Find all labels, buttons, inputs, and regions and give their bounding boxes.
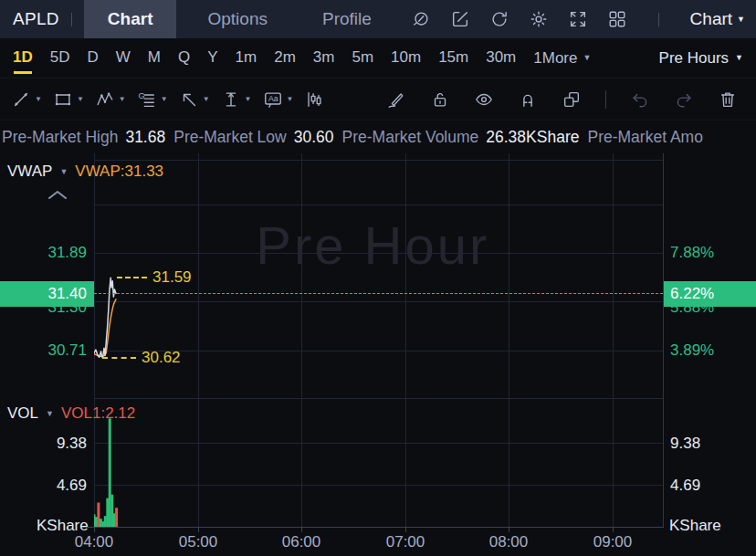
time-label: 04:00 bbox=[75, 533, 114, 551]
price-tick: 30.71 bbox=[47, 342, 87, 359]
trendline-tool[interactable]: ▼ bbox=[11, 89, 42, 110]
time-label: 05:00 bbox=[179, 533, 218, 551]
time-label: 09:00 bbox=[593, 533, 633, 551]
visibility-eye-icon[interactable] bbox=[474, 89, 494, 110]
percent-tick: 7.88% bbox=[670, 245, 714, 261]
chevron-down-icon: ▼ bbox=[287, 96, 294, 103]
volume-tick: 4.69 bbox=[670, 477, 700, 495]
time-axis[interactable]: KShare KShare 04:0005:0006:0007:0008:000… bbox=[0, 527, 756, 556]
percent-axis-right[interactable]: 7.88% 5.88% 6.22% 3.89% bbox=[664, 153, 756, 399]
time-label: 08:00 bbox=[489, 533, 529, 551]
draw-edit-icon[interactable] bbox=[450, 9, 470, 29]
chevron-down-icon: ▼ bbox=[59, 167, 68, 176]
series-vwap bbox=[94, 299, 116, 357]
brush-icon[interactable] bbox=[386, 89, 406, 110]
tab-profile[interactable]: Profile bbox=[299, 0, 395, 38]
timeframe-1min[interactable]: 1m bbox=[236, 38, 257, 79]
volume-tick: 9.38 bbox=[670, 435, 700, 453]
chevron-down-icon: ▼ bbox=[161, 96, 168, 103]
vol-indicator-header[interactable]: VOL ▼ VOL1:2.12 bbox=[7, 404, 135, 423]
undo-icon[interactable] bbox=[630, 89, 650, 110]
current-percent-badge: 6.22% bbox=[664, 281, 756, 307]
timeframe-15min[interactable]: 15m bbox=[438, 38, 468, 79]
timeframe-5d[interactable]: 5D bbox=[50, 38, 70, 79]
current-price-line bbox=[94, 293, 663, 294]
timeframe-2min[interactable]: 2m bbox=[274, 38, 296, 79]
measure-icon bbox=[221, 89, 241, 110]
wave-tool[interactable]: ▼ bbox=[95, 89, 126, 110]
indicator-name: VOL bbox=[7, 404, 38, 423]
timeframe-d[interactable]: D bbox=[87, 38, 98, 79]
clone-icon[interactable] bbox=[562, 89, 582, 110]
chevron-down-icon: ▼ bbox=[737, 16, 745, 24]
price-plot-area[interactable]: Pre Hour 31.59 30.62 bbox=[94, 153, 664, 399]
axis-tick bbox=[94, 528, 95, 532]
timeframe-10min[interactable]: 10m bbox=[391, 38, 421, 79]
high-marker-dash bbox=[117, 277, 147, 278]
redo-icon[interactable] bbox=[674, 89, 694, 110]
trendline-icon bbox=[11, 89, 31, 110]
magnet-icon[interactable] bbox=[518, 89, 538, 110]
timeframe-y[interactable]: Y bbox=[207, 38, 217, 79]
vwap-indicator-header[interactable]: VWAP ▼ VWAP:31.33 bbox=[7, 163, 163, 181]
unlock-icon[interactable] bbox=[430, 89, 450, 110]
wave-pattern-icon bbox=[95, 89, 115, 110]
rectangle-shape-icon bbox=[53, 89, 73, 110]
divider bbox=[605, 90, 606, 109]
volume-plot-area[interactable] bbox=[94, 399, 664, 527]
chevron-down-icon: ▼ bbox=[203, 96, 210, 103]
volume-unit-left: KShare bbox=[37, 517, 89, 535]
axis-tick bbox=[405, 528, 406, 532]
current-price-badge: 31.40 bbox=[0, 281, 94, 307]
arrow-tool-icon bbox=[179, 89, 199, 110]
pattern-tool[interactable] bbox=[304, 89, 324, 110]
chevron-down-icon: ▼ bbox=[35, 96, 42, 103]
timeframe-w[interactable]: W bbox=[116, 38, 131, 79]
layout-grid-icon[interactable] bbox=[607, 9, 627, 29]
tab-chart[interactable]: Chart bbox=[84, 0, 177, 38]
measure-tool[interactable]: ▼ bbox=[221, 89, 252, 110]
chart-layout-selector[interactable]: Chart ▼ bbox=[690, 9, 745, 29]
collapse-chevron-icon[interactable] bbox=[47, 190, 68, 199]
gann-lines-icon: G bbox=[137, 89, 157, 110]
axis-tick bbox=[301, 528, 302, 532]
settings-gear-icon[interactable] bbox=[529, 9, 549, 29]
gann-tool[interactable]: G ▼ bbox=[137, 89, 168, 110]
svg-text:Aa: Aa bbox=[268, 94, 278, 103]
timeframe-3min[interactable]: 3m bbox=[313, 38, 335, 79]
volume-tick: 4.69 bbox=[0, 477, 87, 495]
price-tick: 31.89 bbox=[47, 245, 87, 261]
timeframe-m[interactable]: M bbox=[148, 38, 161, 79]
timeframe-30min[interactable]: 30m bbox=[486, 38, 516, 79]
delete-trash-icon[interactable] bbox=[718, 89, 738, 110]
volume-unit-right: KShare bbox=[669, 517, 721, 535]
gauge-icon[interactable] bbox=[411, 9, 431, 29]
session-selector[interactable]: Pre Hours ▼ bbox=[659, 49, 743, 68]
volume-bar bbox=[115, 508, 118, 527]
premarket-low: Pre-Market Low30.60 bbox=[173, 128, 333, 147]
drawing-toolbar: ▼ ▼ ▼ G ▼ ▼ ▼ Aa ▼ bbox=[0, 79, 756, 121]
high-marker: 31.59 bbox=[117, 268, 192, 287]
symbol-label[interactable]: APLD bbox=[13, 9, 59, 29]
arrow-tool[interactable]: ▼ bbox=[179, 89, 210, 110]
timeframe-more-label: 1More bbox=[533, 49, 577, 68]
timeframe-5min[interactable]: 5m bbox=[352, 38, 373, 79]
volume-bar-chart bbox=[94, 399, 664, 527]
vol-value: VOL1:2.12 bbox=[61, 404, 135, 423]
refresh-icon[interactable] bbox=[489, 9, 509, 29]
price-chart-panel: Pre Hour 31.59 30.62 31.89 31.30 31.40 3… bbox=[0, 153, 756, 399]
top-nav: APLD Chart Options Profile Chart ▼ bbox=[0, 0, 756, 38]
text-tool[interactable]: Aa ▼ bbox=[263, 89, 294, 110]
shapes-tool[interactable]: ▼ bbox=[53, 89, 84, 110]
timeframe-more-dropdown[interactable]: 1More ▼ bbox=[533, 49, 591, 68]
chevron-down-icon: ▼ bbox=[77, 96, 84, 103]
vwap-value: VWAP:31.33 bbox=[75, 163, 163, 181]
fullscreen-icon[interactable] bbox=[568, 9, 588, 29]
premarket-volume: Pre-Market Volume26.38KShare bbox=[342, 128, 580, 147]
tab-options[interactable]: Options bbox=[184, 0, 290, 38]
candle-pattern-icon bbox=[304, 89, 324, 110]
time-label: 06:00 bbox=[282, 533, 321, 551]
timeframe-q[interactable]: Q bbox=[178, 38, 190, 79]
timeframe-1d[interactable]: 1D bbox=[13, 38, 33, 79]
volume-panel: VOL ▼ VOL1:2.12 9.38 4.69 9.38 4.69 bbox=[0, 399, 756, 527]
